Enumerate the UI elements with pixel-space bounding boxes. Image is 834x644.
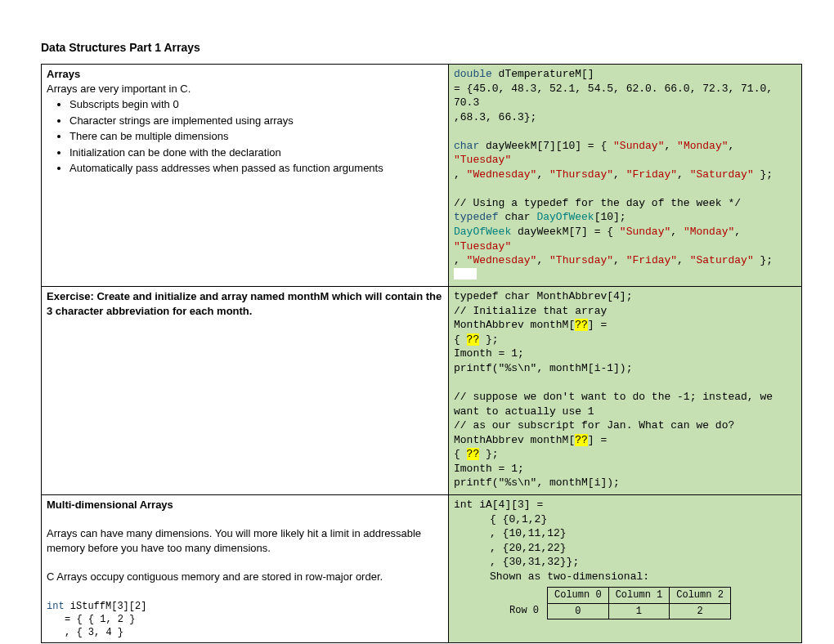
code-line: typedef char MonthAbbrev[4];: [454, 290, 632, 302]
exercise-text: Exercise: Create and initialize and arra…: [47, 290, 442, 317]
code-line: , {10,11,12}: [454, 526, 796, 541]
cell-0-1: 1: [608, 603, 670, 619]
row1-left: Arrays Arrays are very important in C. S…: [42, 65, 449, 287]
code-line: , { 3, 4 }: [47, 626, 443, 639]
bullet-5: Automatically pass addresses when passed…: [70, 161, 443, 176]
code-line: , {30,31,32}};: [454, 555, 796, 570]
col-header-0: Column 0: [548, 588, 609, 603]
kw-typedef: typedef: [454, 211, 499, 223]
row2-left: Exercise: Create and initialize and arra…: [42, 287, 449, 495]
code-line: { {0,1,2}: [454, 512, 796, 527]
code-line: printf("%s\n", monthM[i-1]);: [454, 362, 632, 374]
arrays-intro: Arrays are very important in C.: [47, 83, 191, 95]
col-header-2: Column 2: [670, 588, 731, 603]
code-line: = {45.0, 48.3, 52.1, 54.5, 62.0. 66.0, 7…: [454, 83, 773, 110]
code-line: printf("%s\n", monthM[i]);: [454, 476, 620, 489]
multi-p2: C Arrays occupy contiguous memory and ar…: [47, 570, 383, 583]
cell-0-0: 0: [548, 603, 609, 619]
code-line: // as our subscript for Jan. What can we…: [454, 419, 734, 432]
page: Data Structures Part 1 Arrays Arrays Arr…: [0, 0, 834, 644]
row1-right: double dTemperatureM[] = {45.0, 48.3, 52…: [449, 65, 802, 287]
code-line: int iA[4][3] =: [454, 499, 543, 511]
arrays-bullets: Subscripts begin with 0 Character string…: [70, 97, 443, 176]
kw-double: double: [454, 68, 492, 80]
cell-0-2: 2: [670, 603, 731, 619]
bullet-1: Subscripts begin with 0: [70, 97, 443, 112]
kw-int: int: [47, 601, 65, 612]
code-line: Shown as two-dimensional:: [454, 570, 796, 584]
row-header-0: Row 0: [503, 603, 548, 619]
content-table: Arrays Arrays are very important in C. S…: [41, 64, 802, 643]
code-line: // Initialize that array: [454, 305, 607, 317]
page-title: Data Structures Part 1 Arrays: [41, 41, 801, 54]
code-line: ,68.3, 66.3};: [454, 111, 536, 123]
row3-left: Multi-dimensional Arrays Arrays can have…: [42, 495, 449, 642]
code-line: , {20,21,22}: [454, 541, 796, 556]
cursor-block: [454, 268, 477, 280]
kw-char: char: [454, 140, 479, 152]
code-line: Imonth = 1;: [454, 463, 524, 475]
bullet-2: Character strings are implemented using …: [70, 114, 443, 128]
col-header-1: Column 1: [608, 588, 670, 603]
arrays-heading: Arrays: [47, 68, 80, 80]
multi-p1: Arrays can have many dimensions. You wil…: [47, 527, 421, 554]
bullet-4: Initialization can be done with the decl…: [70, 145, 443, 160]
code-line: // suppose we don't want to do the -1; i…: [454, 391, 773, 418]
row2-right: typedef char MonthAbbrev[4]; // Initiali…: [449, 287, 802, 495]
code-line: Imonth = 1;: [454, 347, 524, 360]
code-comment: // Using a typedef for the day of the we…: [454, 197, 741, 209]
row3-right: int iA[4][3] = { {0,1,2} , {10,11,12} , …: [449, 495, 802, 642]
code-line: = { { 1, 2 }: [47, 613, 443, 626]
multi-heading: Multi-dimensional Arrays: [47, 499, 173, 511]
bullet-3: There can be multiple dimensions: [70, 129, 443, 144]
column-table: Column 0 Column 1 Column 2 Row 0 0 1 2: [503, 587, 731, 619]
